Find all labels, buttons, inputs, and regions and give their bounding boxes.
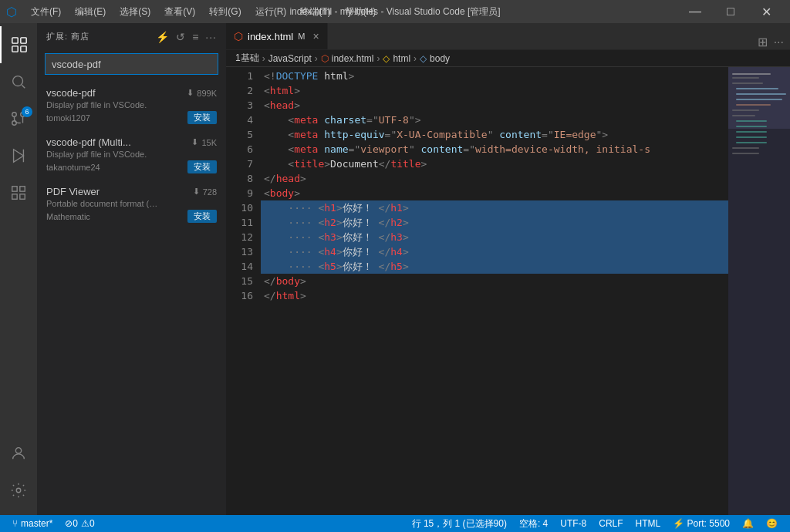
more-actions-icon[interactable]: ··· (774, 35, 784, 49)
code-line-14: ···· <h5>你好！ </h5> (261, 259, 728, 274)
status-feedback[interactable]: 😊 (760, 515, 784, 532)
warning-icon: ⚠ (81, 518, 89, 529)
status-position[interactable]: 行 15，列 1 (已选择90) (406, 515, 513, 532)
menu-select[interactable]: 选择(S) (113, 4, 157, 20)
svg-rect-30 (736, 142, 767, 143)
ext-downloads: 899K (197, 89, 217, 98)
breadcrumb-item-5[interactable]: body (430, 53, 450, 64)
sidebar-header-icons: ⚡ ↺ ≡ ··· (156, 31, 217, 43)
status-branch[interactable]: ⑂ master* (6, 515, 59, 532)
install-button[interactable]: 安装 (187, 160, 217, 173)
svg-rect-24 (732, 109, 759, 111)
ext-author: Mathematic (46, 212, 90, 221)
split-editor-icon[interactable]: ⊞ (758, 35, 768, 49)
status-port[interactable]: ⚡ Port: 5500 (667, 515, 736, 532)
breadcrumb-html-tag-icon: ◇ (383, 53, 390, 64)
status-right: 行 15，列 1 (已选择90) 空格: 4 UTF-8 CRLF HTML ⚡… (406, 515, 784, 532)
activity-item-search[interactable] (0, 63, 37, 100)
minimize-button[interactable]: — (677, 0, 713, 23)
svg-rect-17 (732, 73, 771, 75)
list-item[interactable]: vscode-pdf (Multi... ⬇ 15K Display pdf f… (37, 130, 226, 180)
svg-rect-31 (732, 147, 759, 149)
ext-description: Display pdf file in VSCode. (46, 150, 217, 159)
breadcrumb-sep-2: › (315, 53, 318, 64)
ext-description: Portable document format (… (46, 199, 217, 208)
language-label: HTML (636, 518, 661, 529)
ext-description: Display pdf file in VSCode. (46, 100, 217, 109)
code-line-4: <meta charset="UTF-8"> (261, 113, 728, 127)
menu-file[interactable]: 文件(F) (25, 4, 67, 20)
more-icon[interactable]: ··· (205, 31, 217, 43)
sort-icon[interactable]: ≡ (192, 31, 199, 43)
close-button[interactable]: ✕ (748, 0, 784, 23)
activity-item-run[interactable] (0, 137, 37, 174)
status-spaces[interactable]: 空格: 4 (513, 515, 554, 532)
spaces-label: 空格: 4 (519, 517, 548, 530)
status-bell[interactable]: 🔔 (736, 515, 760, 532)
download-icon: ⬇ (191, 137, 198, 147)
extension-list: vscode-pdf ⬇ 899K Display pdf file in VS… (37, 81, 226, 515)
status-errors[interactable]: ⊘ 0 ⚠ 0 (59, 515, 100, 532)
code-line-1: <!DOCTYPE html> (261, 69, 728, 83)
svg-rect-13 (12, 194, 17, 199)
sidebar-title: 扩展: 商店 (46, 31, 89, 42)
status-language[interactable]: HTML (630, 515, 667, 532)
svg-point-16 (16, 488, 21, 493)
activity-item-settings[interactable] (0, 472, 37, 509)
list-item[interactable]: vscode-pdf ⬇ 899K Display pdf file in VS… (37, 81, 226, 130)
main-layout: 6 (0, 23, 790, 515)
svg-rect-11 (12, 187, 17, 191)
code-line-9: <body> (261, 186, 728, 200)
breadcrumb-sep-3: › (376, 53, 380, 64)
menu-edit[interactable]: 编辑(E) (69, 4, 112, 20)
ext-meta: ⬇ 15K (191, 137, 217, 147)
menu-run[interactable]: 运行(R) (249, 4, 293, 20)
download-icon: ⬇ (187, 88, 194, 98)
menu-view[interactable]: 查看(V) (158, 4, 201, 20)
code-line-8: </head> (261, 171, 728, 186)
ext-name: vscode-pdf (Multi... (46, 136, 131, 148)
code-content[interactable]: <!DOCTYPE html> <html> <head> <meta char… (261, 67, 728, 515)
breadcrumb-item-3[interactable]: index.html (332, 53, 374, 64)
status-line-ending[interactable]: CRLF (592, 515, 629, 532)
download-icon: ⬇ (193, 187, 200, 197)
activity-item-explorer[interactable] (0, 174, 37, 211)
search-input[interactable]: vscode-pdf (45, 53, 218, 75)
window-controls: — □ ✕ (677, 0, 784, 23)
titlebar: ⬡ 文件(F) 编辑(E) 选择(S) 查看(V) 转到(G) 运行(R) 终端… (0, 0, 790, 23)
breadcrumb-html-icon: ⬡ (321, 53, 329, 64)
svg-line-5 (22, 85, 25, 88)
install-button[interactable]: 安装 (187, 210, 217, 223)
breadcrumb-item-2[interactable]: JavaScript (268, 53, 312, 64)
activity-item-source-control[interactable]: 6 (0, 100, 37, 137)
install-button[interactable]: 安装 (187, 111, 217, 124)
ext-author: takanotume24 (46, 163, 100, 172)
svg-rect-2 (12, 46, 18, 52)
ext-downloads: 15K (201, 138, 217, 147)
filter-icon[interactable]: ⚡ (156, 31, 170, 43)
svg-rect-3 (21, 46, 26, 52)
html-file-icon: ⬡ (234, 30, 243, 42)
sidebar: 扩展: 商店 ⚡ ↺ ≡ ··· vscode-pdf vscode-pdf ⬇… (37, 23, 226, 515)
activity-item-extensions[interactable] (0, 26, 37, 63)
warning-count: 0 (89, 518, 95, 529)
maximize-button[interactable]: □ (713, 0, 748, 23)
activity-item-account[interactable] (0, 435, 37, 472)
code-editor[interactable]: 12345 678910 1112131415 16 <!DOCTYPE htm… (226, 67, 790, 515)
breadcrumb-sep-4: › (414, 53, 417, 64)
branch-label: master* (21, 518, 52, 529)
breadcrumb-item-1[interactable]: 1基础 (235, 52, 259, 65)
menu-goto[interactable]: 转到(G) (203, 4, 247, 20)
refresh-icon[interactable]: ↺ (176, 31, 186, 43)
tab-index-html[interactable]: ⬡ index.html M × (226, 23, 328, 49)
tab-close-icon[interactable]: × (312, 30, 319, 42)
status-encoding[interactable]: UTF-8 (554, 515, 592, 532)
code-line-2: <html> (261, 83, 728, 98)
code-line-3: <head> (261, 98, 728, 113)
breadcrumb-item-4[interactable]: html (393, 53, 410, 64)
minimap (728, 67, 790, 515)
list-item[interactable]: PDF Viewer ⬇ 728 Portable document forma… (37, 180, 226, 229)
svg-rect-14 (20, 194, 25, 199)
position-label: 行 15，列 1 (已选择90) (412, 517, 507, 530)
svg-rect-32 (732, 153, 759, 154)
